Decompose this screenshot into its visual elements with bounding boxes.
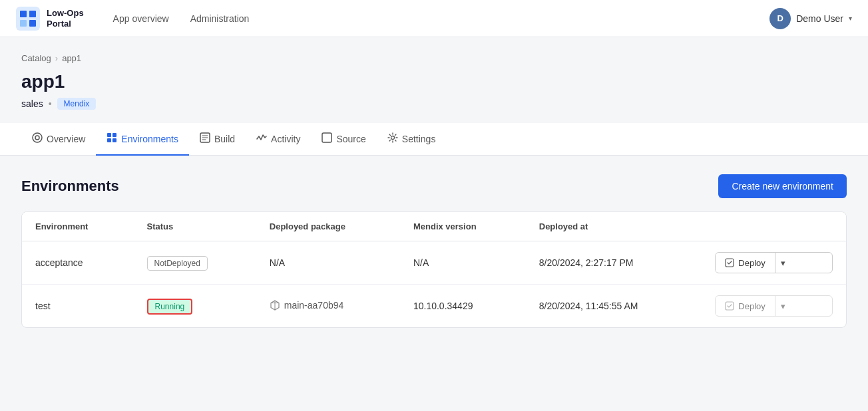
header: Low-Ops Portal App overview Administrati… — [0, 0, 868, 37]
deploy-button-group-test: Deploy ▾ — [715, 295, 833, 317]
source-icon — [322, 132, 332, 145]
deploy-dropdown-arrow-acceptance[interactable]: ▾ — [775, 254, 791, 272]
svg-point-6 — [35, 136, 39, 140]
tabs: Overview Environments Build Activity Sou… — [0, 123, 868, 156]
env-package-test: main-aa70b94 — [256, 285, 400, 328]
tab-overview-label: Overview — [47, 134, 85, 144]
env-package-acceptance: N/A — [256, 241, 400, 285]
breadcrumb-catalog[interactable]: Catalog — [21, 53, 51, 63]
deploy-dropdown-arrow-test[interactable]: ▾ — [775, 297, 791, 315]
deploy-icon — [725, 301, 734, 311]
page-title: app1 — [21, 71, 847, 92]
col-deployed-package: Deployed package — [256, 212, 400, 241]
svg-rect-8 — [112, 133, 116, 137]
main-nav: App overview Administration — [105, 8, 770, 29]
logo-icon — [16, 7, 40, 31]
environments-table-container: Environment Status Deployed package Mend… — [21, 211, 847, 328]
tab-source-label: Source — [336, 134, 365, 144]
svg-rect-10 — [112, 138, 116, 142]
tab-environments[interactable]: Environments — [96, 123, 189, 156]
col-deployed-at: Deployed at — [526, 212, 702, 241]
svg-rect-1 — [20, 11, 27, 17]
create-new-environment-button[interactable]: Create new environment — [718, 174, 847, 198]
table-row: acceptance NotDeployed N/A N/A 8/20/2024… — [22, 241, 846, 285]
avatar: D — [769, 8, 791, 29]
status-badge-not-deployed: NotDeployed — [147, 256, 208, 271]
tab-build-label: Build — [214, 134, 235, 144]
env-deployed-at-test: 8/20/2024, 11:45:55 AM — [526, 285, 702, 328]
col-mendix-version: Mendix version — [400, 212, 526, 241]
env-action-acceptance: Deploy ▾ — [702, 241, 846, 285]
tab-build[interactable]: Build — [189, 123, 246, 156]
svg-rect-0 — [16, 7, 40, 31]
col-environment: Environment — [22, 212, 134, 241]
env-action-test: Deploy ▾ — [702, 285, 846, 328]
nav-app-overview[interactable]: App overview — [105, 8, 177, 29]
tab-activity[interactable]: Activity — [246, 123, 311, 156]
environments-icon — [107, 132, 117, 145]
chevron-down-icon: ▾ — [849, 15, 852, 22]
nav-administration[interactable]: Administration — [182, 8, 258, 29]
tab-overview[interactable]: Overview — [21, 123, 96, 156]
svg-point-5 — [33, 133, 42, 142]
breadcrumb: Catalog › app1 — [21, 53, 847, 63]
logo[interactable]: Low-Ops Portal — [16, 7, 84, 31]
package-icon-group: main-aa70b94 — [270, 300, 344, 311]
env-status-test: Running — [134, 285, 256, 328]
breadcrumb-separator: › — [55, 53, 58, 63]
svg-rect-9 — [107, 138, 111, 142]
environments-section: Environments Create new environment Envi… — [21, 174, 847, 328]
tab-activity-label: Activity — [271, 134, 300, 144]
deploy-button-acceptance[interactable]: Deploy — [716, 254, 774, 272]
chevron-down-icon: ▾ — [781, 301, 785, 311]
env-mendix-test: 10.10.0.34429 — [400, 285, 526, 328]
svg-rect-2 — [29, 11, 36, 17]
env-mendix-acceptance: N/A — [400, 241, 526, 285]
svg-rect-15 — [726, 302, 734, 310]
svg-rect-4 — [29, 20, 36, 27]
tag-dot: • — [49, 98, 52, 109]
env-status-acceptance: NotDeployed — [134, 241, 256, 285]
svg-point-13 — [391, 136, 394, 140]
build-icon — [200, 132, 210, 145]
env-name-test: test — [22, 285, 134, 328]
deploy-button-group-acceptance: Deploy ▾ — [715, 252, 833, 273]
cube-icon — [270, 300, 280, 311]
col-actions — [702, 212, 846, 241]
tab-settings-label: Settings — [402, 134, 436, 144]
overview-icon — [32, 132, 43, 145]
col-status: Status — [134, 212, 256, 241]
svg-rect-14 — [726, 259, 734, 267]
tag-label: sales — [21, 98, 43, 109]
activity-icon — [256, 132, 267, 145]
status-badge-running: Running — [147, 299, 193, 315]
table-row: test Running main-aa70b94 10.10.0.34429 … — [22, 285, 846, 328]
mendix-badge: Mendix — [57, 98, 97, 110]
svg-rect-3 — [20, 20, 27, 27]
environments-table: Environment Status Deployed package Mend… — [22, 212, 846, 327]
chevron-down-icon: ▾ — [781, 258, 785, 268]
table-header-row: Environment Status Deployed package Mend… — [22, 212, 846, 241]
tab-source[interactable]: Source — [311, 123, 376, 156]
env-name-acceptance: acceptance — [22, 241, 134, 285]
tab-settings[interactable]: Settings — [377, 123, 447, 156]
main-content: Catalog › app1 app1 sales • Mendix Overv… — [0, 37, 868, 344]
deploy-button-test[interactable]: Deploy — [716, 297, 774, 315]
section-header: Environments Create new environment — [21, 174, 847, 198]
user-name: Demo User — [796, 13, 843, 24]
user-menu[interactable]: D Demo User ▾ — [769, 8, 852, 29]
deploy-icon — [725, 258, 734, 267]
section-title: Environments — [21, 178, 119, 195]
breadcrumb-app1[interactable]: app1 — [62, 53, 81, 63]
logo-text: Low-Ops Portal — [47, 8, 84, 29]
settings-icon — [387, 132, 398, 145]
svg-rect-12 — [322, 133, 331, 142]
tab-environments-label: Environments — [121, 134, 178, 144]
svg-rect-7 — [107, 133, 111, 137]
tags-row: sales • Mendix — [21, 98, 847, 110]
env-deployed-at-acceptance: 8/20/2024, 2:27:17 PM — [526, 241, 702, 285]
